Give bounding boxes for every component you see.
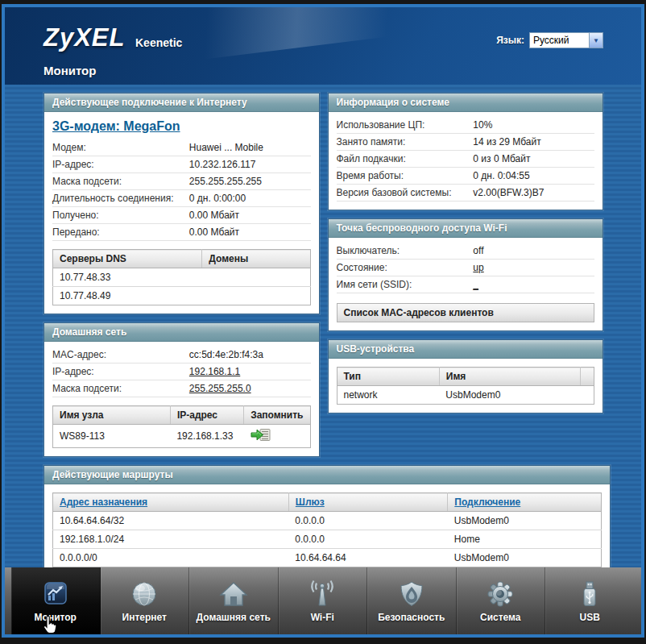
row-value: 10% xyxy=(473,119,594,131)
dns-col-servers: Серверы DNS xyxy=(53,250,202,268)
bottom-navigation: Монитор Интернет Домашняя сеть xyxy=(5,567,641,634)
row-value: Huawei ... Mobile xyxy=(189,142,311,153)
route-destination: 10.64.64.64/32 xyxy=(53,512,289,530)
info-row: Получено: 0.00 Мбайт xyxy=(52,207,311,224)
row-value: 0.00 Мбайт xyxy=(189,210,311,221)
dns-server: 10.77.48.33 xyxy=(53,268,202,287)
panel-routes-title: Действующие маршруты xyxy=(44,466,610,484)
usb-icon xyxy=(574,580,606,609)
row-value: 0.00 Мбайт xyxy=(189,226,311,238)
antenna-icon xyxy=(306,580,338,609)
shield-icon xyxy=(395,580,428,609)
chevron-down-icon[interactable]: ▼ xyxy=(589,33,603,48)
panel-home-network: Домашняя сеть MAC-адрес: cc:5d:4e:2b:f4:… xyxy=(43,322,320,457)
row-value[interactable]: 192.168.1.1 xyxy=(189,366,311,377)
nav-item-system[interactable]: Система xyxy=(457,567,546,634)
info-row: Время работы: 0 дн. 0:04:55 xyxy=(337,168,595,185)
language-select[interactable]: Русский ▼ xyxy=(529,32,603,48)
host-ip: 192.168.1.33 xyxy=(170,425,243,448)
row-label: Получено: xyxy=(52,210,189,221)
info-row: Файл подкачки: 0 из 0 Мбайт xyxy=(337,151,595,168)
hosts-col-remember: Запомнить xyxy=(244,406,310,425)
nav-item-home-network[interactable]: Домашняя сеть xyxy=(189,567,279,634)
language-selector: Язык: Русский ▼ xyxy=(496,32,603,48)
row-label: Имя сети (SSID): xyxy=(337,279,474,290)
row-value: off xyxy=(473,245,594,256)
header: ZyXEL Keenetic Язык: Русский ▼ Монитор xyxy=(5,7,641,85)
modem-link[interactable]: 3G-модем: MegaFon xyxy=(52,119,180,134)
route-gateway: 10.64.64.64 xyxy=(288,549,447,567)
row-label: Использование ЦП: xyxy=(337,119,474,131)
row-label: Длительность соединения: xyxy=(52,193,189,204)
chart-icon xyxy=(39,580,72,609)
panel-usb-devices: USB-устройства Тип Имя xyxy=(328,339,604,413)
routes-sort-destination[interactable]: Адрес назначения xyxy=(60,497,147,508)
routes-sort-interface[interactable]: Подключение xyxy=(454,497,520,508)
nav-item-security[interactable]: Безопасность xyxy=(367,567,457,634)
dns-domain xyxy=(202,287,310,305)
usb-col-name: Имя xyxy=(439,368,580,386)
info-row: IP-адрес: 192.168.1.1 xyxy=(52,364,311,380)
route-destination: 192.168.1.0/24 xyxy=(53,530,289,549)
panel-usb-title: USB-устройства xyxy=(329,340,603,359)
nav-item-internet[interactable]: Интернет xyxy=(101,567,190,634)
panel-routes: Действующие маршруты Адрес назначения Шл… xyxy=(43,465,611,567)
language-select-value: Русский xyxy=(530,33,589,48)
row-label: IP-адрес: xyxy=(52,366,189,377)
gear-icon xyxy=(484,580,516,609)
row-value: 14 из 29 Мбайт xyxy=(473,136,594,147)
usb-col-extra xyxy=(581,368,594,386)
routes-sort-gateway[interactable]: Шлюз xyxy=(296,497,325,508)
nav-item-wifi[interactable]: Wi-Fi xyxy=(279,567,368,634)
remember-host-button[interactable] xyxy=(251,428,271,442)
info-row: Длительность соединения: 0 дн. 0:00:00 xyxy=(52,190,311,207)
row-label: IP-адрес: xyxy=(52,159,189,170)
panel-home-title: Домашняя сеть xyxy=(44,323,319,342)
panel-internet-connection: Действующее подключение к Интернету 3G-м… xyxy=(43,93,320,314)
dns-col-domains: Домены xyxy=(202,250,310,268)
info-row: Занято памяти: 14 из 29 Мбайт xyxy=(337,134,595,151)
page-title: Монитор xyxy=(43,64,96,77)
row-value[interactable]: 255.255.255.0 xyxy=(189,383,311,394)
usb-col-type: Тип xyxy=(337,368,439,386)
route-row: 192.168.1.0/24 0.0.0.0 Home xyxy=(53,530,602,549)
route-gateway: 0.0.0.0 xyxy=(288,530,447,549)
globe-icon xyxy=(128,580,160,609)
row-label: Занято памяти: xyxy=(337,136,474,147)
dns-table: Серверы DNS Домены 10.77.48.33 xyxy=(52,249,311,305)
nav-label: Wi-Fi xyxy=(311,612,334,623)
row-value[interactable]: _ xyxy=(473,279,594,290)
row-value: v2.00(BFW.3)B7 xyxy=(473,187,594,198)
product-name: Keenetic xyxy=(135,36,182,49)
info-row: Версия базовой системы: v2.00(BFW.3)B7 xyxy=(337,185,595,202)
nav-item-usb[interactable]: USB xyxy=(545,567,635,634)
route-row: 10.64.64.64/32 0.0.0.0 UsbModem0 xyxy=(53,512,602,530)
row-value: 10.232.126.117 xyxy=(189,159,311,170)
nav-label: Домашняя сеть xyxy=(197,612,271,623)
panel-wifi: Точка беспроводного доступа Wi-Fi Выключ… xyxy=(328,218,604,331)
nav-item-monitor[interactable]: Монитор xyxy=(11,567,101,634)
usb-table: Тип Имя network UsbModem0 xyxy=(337,367,595,405)
row-label: Выключатель: xyxy=(337,245,474,256)
usb-name: UsbModem0 xyxy=(439,386,580,405)
dns-row: 10.77.48.49 xyxy=(53,287,311,305)
route-interface: Home xyxy=(448,530,602,549)
route-destination: 0.0.0.0/0 xyxy=(53,549,289,567)
route-interface: UsbModem0 xyxy=(448,549,602,567)
nav-label: Интернет xyxy=(122,612,167,623)
mac-list-header: Список MAC-адресов клиентов xyxy=(337,303,595,322)
house-icon xyxy=(217,580,250,609)
info-row: Использование ЦП: 10% xyxy=(337,117,595,134)
row-label: Состояние: xyxy=(337,262,474,273)
info-row: Имя сети (SSID): _ xyxy=(337,276,595,293)
row-value[interactable]: up xyxy=(473,262,594,273)
routes-table: Адрес назначения Шлюз Подключение 10.64.… xyxy=(52,492,602,567)
row-label: Модем: xyxy=(52,142,189,153)
info-row: MAC-адрес: cc:5d:4e:2b:f4:3a xyxy=(52,347,311,364)
row-label: Время работы: xyxy=(337,170,474,181)
nav-label: Монитор xyxy=(35,612,77,623)
nav-label: Система xyxy=(480,612,521,623)
usb-row: network UsbModem0 xyxy=(337,386,594,405)
row-label: Передано: xyxy=(52,226,189,238)
info-row: Маска подсети: 255.255.255.0 xyxy=(52,380,311,397)
